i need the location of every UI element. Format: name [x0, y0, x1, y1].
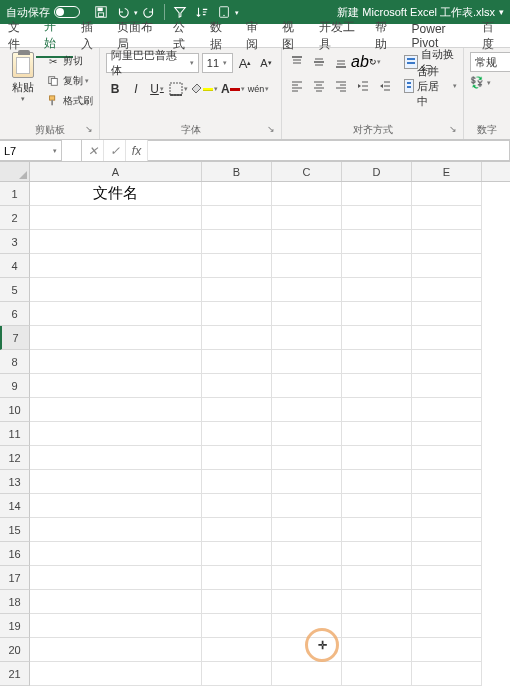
cell-A19[interactable]: [30, 614, 202, 638]
cancel-formula-button[interactable]: ✕: [82, 140, 104, 161]
autosave-switch[interactable]: [54, 6, 80, 18]
chevron-down-icon[interactable]: ▾: [53, 147, 57, 155]
row-header-2[interactable]: 2: [0, 206, 30, 230]
cell-B2[interactable]: [202, 206, 272, 230]
row-header-9[interactable]: 9: [0, 374, 30, 398]
cell-A2[interactable]: [30, 206, 202, 230]
row-header-6[interactable]: 6: [0, 302, 30, 326]
paste-dropdown-icon[interactable]: ▾: [21, 95, 25, 103]
cell-D8[interactable]: [342, 350, 412, 374]
cell-D10[interactable]: [342, 398, 412, 422]
currency-button[interactable]: 💱: [470, 76, 484, 89]
cell-B1[interactable]: [202, 182, 272, 206]
row-header-7[interactable]: 7: [0, 326, 30, 350]
cell-A12[interactable]: [30, 446, 202, 470]
cell-B8[interactable]: [202, 350, 272, 374]
row-header-3[interactable]: 3: [0, 230, 30, 254]
cell-A7[interactable]: [30, 326, 202, 350]
row-header-1[interactable]: 1: [0, 182, 30, 206]
row-header-4[interactable]: 4: [0, 254, 30, 278]
row-header-19[interactable]: 19: [0, 614, 30, 638]
cell-E11[interactable]: [412, 422, 482, 446]
phonetic-button[interactable]: wén▾: [248, 79, 270, 99]
cell-C1[interactable]: [272, 182, 342, 206]
cell-A9[interactable]: [30, 374, 202, 398]
cell-A4[interactable]: [30, 254, 202, 278]
cell-C8[interactable]: [272, 350, 342, 374]
cell-C13[interactable]: [272, 470, 342, 494]
align-right-button[interactable]: [332, 77, 350, 95]
cell-B16[interactable]: [202, 542, 272, 566]
cell-E5[interactable]: [412, 278, 482, 302]
cell-E14[interactable]: [412, 494, 482, 518]
cell-D4[interactable]: [342, 254, 412, 278]
cell-D13[interactable]: [342, 470, 412, 494]
row-header-10[interactable]: 10: [0, 398, 30, 422]
cell-D19[interactable]: [342, 614, 412, 638]
cell-C14[interactable]: [272, 494, 342, 518]
cell-B13[interactable]: [202, 470, 272, 494]
cell-C20[interactable]: [272, 638, 342, 662]
cell-B18[interactable]: [202, 590, 272, 614]
cell-A16[interactable]: [30, 542, 202, 566]
cell-E6[interactable]: [412, 302, 482, 326]
row-header-8[interactable]: 8: [0, 350, 30, 374]
cell-C11[interactable]: [272, 422, 342, 446]
column-header-D[interactable]: D: [342, 162, 412, 181]
cell-C6[interactable]: [272, 302, 342, 326]
cell-C12[interactable]: [272, 446, 342, 470]
font-name-combo[interactable]: 阿里巴巴普惠体 ▾: [106, 53, 199, 73]
column-header-C[interactable]: C: [272, 162, 342, 181]
cell-A18[interactable]: [30, 590, 202, 614]
cell-C10[interactable]: [272, 398, 342, 422]
cell-E10[interactable]: [412, 398, 482, 422]
column-header-E[interactable]: E: [412, 162, 482, 181]
cell-C17[interactable]: [272, 566, 342, 590]
cell-B10[interactable]: [202, 398, 272, 422]
underline-button[interactable]: U▾: [148, 79, 166, 99]
row-header-14[interactable]: 14: [0, 494, 30, 518]
cell-B3[interactable]: [202, 230, 272, 254]
increase-font-button[interactable]: A▴: [236, 53, 254, 73]
cell-D17[interactable]: [342, 566, 412, 590]
cell-D9[interactable]: [342, 374, 412, 398]
cell-E13[interactable]: [412, 470, 482, 494]
row-header-17[interactable]: 17: [0, 566, 30, 590]
cell-C4[interactable]: [272, 254, 342, 278]
cell-E17[interactable]: [412, 566, 482, 590]
cell-E8[interactable]: [412, 350, 482, 374]
cell-B5[interactable]: [202, 278, 272, 302]
cell-D16[interactable]: [342, 542, 412, 566]
cell-E7[interactable]: [412, 326, 482, 350]
cell-B15[interactable]: [202, 518, 272, 542]
fill-color-button[interactable]: ▾: [191, 79, 218, 99]
row-header-13[interactable]: 13: [0, 470, 30, 494]
cell-E1[interactable]: [412, 182, 482, 206]
cell-B17[interactable]: [202, 566, 272, 590]
cell-E20[interactable]: [412, 638, 482, 662]
cell-B9[interactable]: [202, 374, 272, 398]
cell-A11[interactable]: [30, 422, 202, 446]
cell-C18[interactable]: [272, 590, 342, 614]
cell-A5[interactable]: [30, 278, 202, 302]
clipboard-dialog-launcher[interactable]: ↘: [85, 122, 93, 136]
row-header-16[interactable]: 16: [0, 542, 30, 566]
cell-D7[interactable]: [342, 326, 412, 350]
cell-A3[interactable]: [30, 230, 202, 254]
cell-D1[interactable]: [342, 182, 412, 206]
formula-input[interactable]: [148, 140, 510, 161]
align-middle-button[interactable]: [310, 53, 328, 71]
cell-D20[interactable]: [342, 638, 412, 662]
align-top-button[interactable]: [288, 53, 306, 71]
cell-C2[interactable]: [272, 206, 342, 230]
cell-B4[interactable]: [202, 254, 272, 278]
format-painter-button[interactable]: 格式刷: [46, 92, 93, 110]
font-dialog-launcher[interactable]: ↘: [267, 122, 275, 136]
cell-A17[interactable]: [30, 566, 202, 590]
cell-D14[interactable]: [342, 494, 412, 518]
font-color-button[interactable]: A▾: [221, 79, 245, 99]
cell-A6[interactable]: [30, 302, 202, 326]
confirm-formula-button[interactable]: ✓: [104, 140, 126, 161]
column-header-A[interactable]: A: [30, 162, 202, 181]
cell-D11[interactable]: [342, 422, 412, 446]
